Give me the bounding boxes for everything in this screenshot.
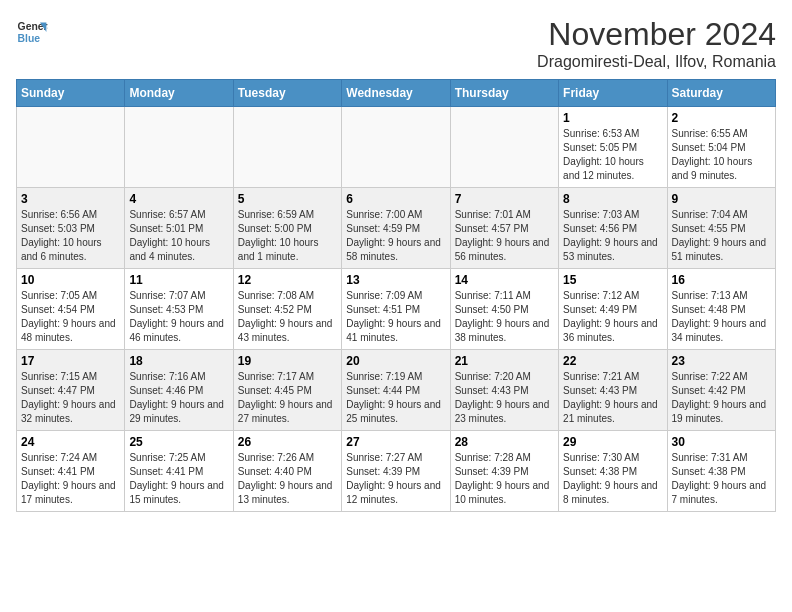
day-info: Sunrise: 7:31 AM Sunset: 4:38 PM Dayligh… (672, 451, 771, 507)
calendar-week-row: 24Sunrise: 7:24 AM Sunset: 4:41 PM Dayli… (17, 431, 776, 512)
day-number: 25 (129, 435, 228, 449)
weekday-header: Sunday (17, 80, 125, 107)
day-info: Sunrise: 7:15 AM Sunset: 4:47 PM Dayligh… (21, 370, 120, 426)
calendar-cell: 7Sunrise: 7:01 AM Sunset: 4:57 PM Daylig… (450, 188, 558, 269)
calendar-cell: 21Sunrise: 7:20 AM Sunset: 4:43 PM Dayli… (450, 350, 558, 431)
calendar-table: SundayMondayTuesdayWednesdayThursdayFrid… (16, 79, 776, 512)
calendar-cell: 15Sunrise: 7:12 AM Sunset: 4:49 PM Dayli… (559, 269, 667, 350)
day-number: 6 (346, 192, 445, 206)
calendar-cell: 6Sunrise: 7:00 AM Sunset: 4:59 PM Daylig… (342, 188, 450, 269)
day-number: 26 (238, 435, 337, 449)
day-info: Sunrise: 7:21 AM Sunset: 4:43 PM Dayligh… (563, 370, 662, 426)
calendar-cell: 3Sunrise: 6:56 AM Sunset: 5:03 PM Daylig… (17, 188, 125, 269)
day-number: 9 (672, 192, 771, 206)
weekday-header: Monday (125, 80, 233, 107)
calendar-week-row: 17Sunrise: 7:15 AM Sunset: 4:47 PM Dayli… (17, 350, 776, 431)
day-info: Sunrise: 6:56 AM Sunset: 5:03 PM Dayligh… (21, 208, 120, 264)
day-number: 17 (21, 354, 120, 368)
weekday-header: Wednesday (342, 80, 450, 107)
weekday-header: Friday (559, 80, 667, 107)
calendar-week-row: 3Sunrise: 6:56 AM Sunset: 5:03 PM Daylig… (17, 188, 776, 269)
day-info: Sunrise: 7:24 AM Sunset: 4:41 PM Dayligh… (21, 451, 120, 507)
day-info: Sunrise: 7:08 AM Sunset: 4:52 PM Dayligh… (238, 289, 337, 345)
day-info: Sunrise: 7:25 AM Sunset: 4:41 PM Dayligh… (129, 451, 228, 507)
day-info: Sunrise: 7:20 AM Sunset: 4:43 PM Dayligh… (455, 370, 554, 426)
calendar-cell: 13Sunrise: 7:09 AM Sunset: 4:51 PM Dayli… (342, 269, 450, 350)
logo-icon: General Blue (16, 16, 48, 48)
day-info: Sunrise: 7:26 AM Sunset: 4:40 PM Dayligh… (238, 451, 337, 507)
day-number: 8 (563, 192, 662, 206)
calendar-cell: 30Sunrise: 7:31 AM Sunset: 4:38 PM Dayli… (667, 431, 775, 512)
calendar-cell (17, 107, 125, 188)
calendar-cell: 22Sunrise: 7:21 AM Sunset: 4:43 PM Dayli… (559, 350, 667, 431)
day-info: Sunrise: 7:30 AM Sunset: 4:38 PM Dayligh… (563, 451, 662, 507)
calendar-cell: 2Sunrise: 6:55 AM Sunset: 5:04 PM Daylig… (667, 107, 775, 188)
day-info: Sunrise: 7:12 AM Sunset: 4:49 PM Dayligh… (563, 289, 662, 345)
calendar-cell: 1Sunrise: 6:53 AM Sunset: 5:05 PM Daylig… (559, 107, 667, 188)
calendar-cell: 12Sunrise: 7:08 AM Sunset: 4:52 PM Dayli… (233, 269, 341, 350)
day-number: 10 (21, 273, 120, 287)
day-number: 1 (563, 111, 662, 125)
day-number: 21 (455, 354, 554, 368)
day-number: 5 (238, 192, 337, 206)
day-info: Sunrise: 7:17 AM Sunset: 4:45 PM Dayligh… (238, 370, 337, 426)
day-number: 29 (563, 435, 662, 449)
calendar-cell: 10Sunrise: 7:05 AM Sunset: 4:54 PM Dayli… (17, 269, 125, 350)
calendar-cell: 17Sunrise: 7:15 AM Sunset: 4:47 PM Dayli… (17, 350, 125, 431)
calendar-week-row: 10Sunrise: 7:05 AM Sunset: 4:54 PM Dayli… (17, 269, 776, 350)
calendar-cell: 9Sunrise: 7:04 AM Sunset: 4:55 PM Daylig… (667, 188, 775, 269)
day-number: 22 (563, 354, 662, 368)
calendar-cell: 11Sunrise: 7:07 AM Sunset: 4:53 PM Dayli… (125, 269, 233, 350)
day-info: Sunrise: 7:13 AM Sunset: 4:48 PM Dayligh… (672, 289, 771, 345)
day-info: Sunrise: 6:55 AM Sunset: 5:04 PM Dayligh… (672, 127, 771, 183)
calendar-cell: 16Sunrise: 7:13 AM Sunset: 4:48 PM Dayli… (667, 269, 775, 350)
day-info: Sunrise: 7:16 AM Sunset: 4:46 PM Dayligh… (129, 370, 228, 426)
day-number: 18 (129, 354, 228, 368)
day-number: 7 (455, 192, 554, 206)
calendar-cell (233, 107, 341, 188)
location-title: Dragomiresti-Deal, Ilfov, Romania (537, 53, 776, 71)
weekday-header: Thursday (450, 80, 558, 107)
day-info: Sunrise: 7:22 AM Sunset: 4:42 PM Dayligh… (672, 370, 771, 426)
day-number: 11 (129, 273, 228, 287)
header: General Blue November 2024 Dragomiresti-… (16, 16, 776, 71)
calendar-cell: 4Sunrise: 6:57 AM Sunset: 5:01 PM Daylig… (125, 188, 233, 269)
day-info: Sunrise: 6:57 AM Sunset: 5:01 PM Dayligh… (129, 208, 228, 264)
calendar-cell: 18Sunrise: 7:16 AM Sunset: 4:46 PM Dayli… (125, 350, 233, 431)
month-title: November 2024 (537, 16, 776, 53)
weekday-header: Tuesday (233, 80, 341, 107)
day-info: Sunrise: 7:03 AM Sunset: 4:56 PM Dayligh… (563, 208, 662, 264)
day-number: 3 (21, 192, 120, 206)
day-number: 24 (21, 435, 120, 449)
day-number: 28 (455, 435, 554, 449)
day-number: 20 (346, 354, 445, 368)
calendar-cell: 24Sunrise: 7:24 AM Sunset: 4:41 PM Dayli… (17, 431, 125, 512)
calendar-cell: 19Sunrise: 7:17 AM Sunset: 4:45 PM Dayli… (233, 350, 341, 431)
calendar-week-row: 1Sunrise: 6:53 AM Sunset: 5:05 PM Daylig… (17, 107, 776, 188)
calendar-cell: 29Sunrise: 7:30 AM Sunset: 4:38 PM Dayli… (559, 431, 667, 512)
day-info: Sunrise: 7:09 AM Sunset: 4:51 PM Dayligh… (346, 289, 445, 345)
calendar-cell: 25Sunrise: 7:25 AM Sunset: 4:41 PM Dayli… (125, 431, 233, 512)
calendar-cell: 20Sunrise: 7:19 AM Sunset: 4:44 PM Dayli… (342, 350, 450, 431)
svg-text:Blue: Blue (18, 33, 41, 44)
day-number: 12 (238, 273, 337, 287)
calendar-cell: 14Sunrise: 7:11 AM Sunset: 4:50 PM Dayli… (450, 269, 558, 350)
day-number: 14 (455, 273, 554, 287)
day-number: 15 (563, 273, 662, 287)
logo: General Blue (16, 16, 48, 48)
calendar-cell: 26Sunrise: 7:26 AM Sunset: 4:40 PM Dayli… (233, 431, 341, 512)
day-number: 16 (672, 273, 771, 287)
day-info: Sunrise: 7:00 AM Sunset: 4:59 PM Dayligh… (346, 208, 445, 264)
day-number: 13 (346, 273, 445, 287)
calendar-cell (450, 107, 558, 188)
day-number: 19 (238, 354, 337, 368)
weekday-header-row: SundayMondayTuesdayWednesdayThursdayFrid… (17, 80, 776, 107)
day-number: 30 (672, 435, 771, 449)
day-info: Sunrise: 6:53 AM Sunset: 5:05 PM Dayligh… (563, 127, 662, 183)
day-info: Sunrise: 7:19 AM Sunset: 4:44 PM Dayligh… (346, 370, 445, 426)
day-number: 23 (672, 354, 771, 368)
calendar-cell (125, 107, 233, 188)
day-info: Sunrise: 7:11 AM Sunset: 4:50 PM Dayligh… (455, 289, 554, 345)
weekday-header: Saturday (667, 80, 775, 107)
day-info: Sunrise: 7:04 AM Sunset: 4:55 PM Dayligh… (672, 208, 771, 264)
